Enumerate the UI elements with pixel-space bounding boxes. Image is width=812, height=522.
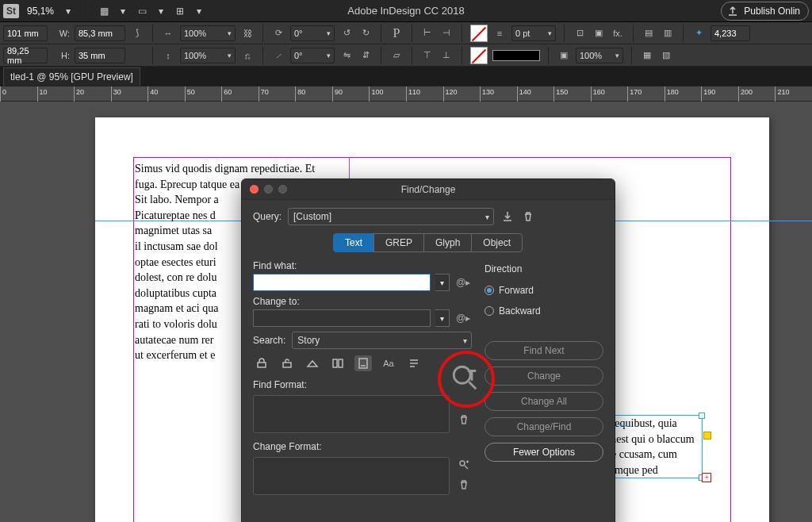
change-find-button[interactable]: Change/Find <box>485 417 603 436</box>
transform-icon[interactable]: ✦ <box>691 26 706 40</box>
text-wrap-bounding-icon[interactable]: ▥ <box>661 26 675 40</box>
numeric-field[interactable]: 4,233 <box>710 25 750 41</box>
include-locked-layers-icon[interactable] <box>253 355 270 371</box>
frame-handle[interactable] <box>699 413 705 419</box>
divider <box>152 25 153 42</box>
direction-backward-radio[interactable]: Backward <box>485 305 603 317</box>
h-label: H: <box>52 51 70 60</box>
flip-horizontal-icon[interactable]: ⇋ <box>339 48 354 63</box>
fit-content-icon[interactable]: ⊡ <box>573 26 587 40</box>
view-options-icon[interactable]: ▦ <box>98 5 110 17</box>
stroke-weight-icon: ≡ <box>492 26 507 40</box>
chain-icon[interactable]: ⛓ <box>240 26 255 40</box>
tab-grep[interactable]: GREP <box>373 233 424 252</box>
divider <box>462 47 462 64</box>
align-centers-icon[interactable]: ⊣ <box>439 26 454 40</box>
save-query-icon[interactable] <box>500 209 515 224</box>
fill-swatch[interactable] <box>470 25 488 42</box>
whole-word-icon[interactable] <box>405 355 423 371</box>
stroke-style[interactable] <box>492 50 540 61</box>
find-what-history-dropdown[interactable]: ▾ <box>435 274 450 291</box>
direction-label: Direction <box>485 263 603 274</box>
clear-transform-icon[interactable]: ⎌ <box>240 48 255 63</box>
divider <box>683 25 684 42</box>
clear-change-format-icon[interactable] <box>458 478 470 493</box>
upload-icon <box>726 5 739 17</box>
control-row-1: 101 mm W: 85,3 mm ⟆ ↔ 100% ⛓ ⟳ 0° ↺ ↻ P … <box>0 22 812 44</box>
y-field[interactable]: 89,25 mm <box>3 48 48 63</box>
publish-online-button[interactable]: Publish Onlin <box>721 2 809 21</box>
text-wrap-jump-icon[interactable]: ▧ <box>659 48 673 63</box>
special-chars-icon[interactable]: @▸ <box>454 277 472 288</box>
tab-text[interactable]: Text <box>333 233 374 252</box>
text-wrap-shape-icon[interactable]: ▦ <box>640 48 654 63</box>
control-row-2: 89,25 mm H: 35 mm ↕ 100% ⎌ ⟋ 0° ⇋ ⇵ ▱ ⊤ … <box>0 44 812 67</box>
include-locked-stories-icon[interactable] <box>278 355 296 371</box>
change-to-label: Change to: <box>253 296 472 307</box>
include-footnotes-icon[interactable] <box>354 355 372 371</box>
change-all-button[interactable]: Change All <box>485 392 603 411</box>
paragraph-style-icon[interactable]: P <box>389 26 404 40</box>
align-bottom-icon[interactable]: ⊥ <box>439 48 454 63</box>
divider <box>412 47 412 64</box>
find-what-input[interactable] <box>253 274 431 291</box>
query-dropdown[interactable]: [Custom] <box>288 208 494 225</box>
include-master-pages-icon[interactable] <box>329 355 347 371</box>
center-content-icon[interactable]: ▣ <box>557 48 571 63</box>
flip-vertical-icon[interactable]: ⇵ <box>358 48 373 63</box>
tab-object[interactable]: Object <box>471 233 523 252</box>
case-sensitive-icon[interactable]: Aa <box>380 355 397 371</box>
select-container-icon[interactable]: ▱ <box>389 48 404 63</box>
clear-find-format-icon[interactable] <box>458 413 470 428</box>
align-left-edges-icon[interactable]: ⊢ <box>420 26 435 40</box>
tab-glyph[interactable]: Glyph <box>423 233 472 252</box>
opacity-field[interactable]: 100% <box>576 48 623 63</box>
dropdown-icon[interactable]: ▾ <box>193 5 205 17</box>
stroke-swatch[interactable] <box>470 47 488 64</box>
stroke-weight-field[interactable]: 0 pt <box>511 25 556 41</box>
arrange-icon[interactable]: ⊞ <box>174 5 186 17</box>
shear-field[interactable]: 0° <box>290 48 335 63</box>
constrain-proportions-icon[interactable]: ⟆ <box>130 26 144 40</box>
anchor-indicator[interactable] <box>703 432 711 439</box>
scale-x-field[interactable]: 100% <box>180 25 236 41</box>
change-to-input[interactable] <box>253 309 431 327</box>
horizontal-ruler[interactable]: 0102030405060708090100110120130140150160… <box>0 86 812 102</box>
align-top-icon[interactable]: ⊤ <box>420 48 435 63</box>
document-tab[interactable]: tled-1 @ 95% [GPU Preview] <box>3 67 140 86</box>
effects-icon[interactable]: fx. <box>611 26 625 40</box>
direction-forward-radio[interactable]: Forward <box>485 285 603 296</box>
special-chars-icon[interactable]: @▸ <box>454 313 472 324</box>
overset-text-indicator[interactable]: + <box>702 473 711 482</box>
rotate-field[interactable]: 0° <box>290 25 335 41</box>
change-to-history-dropdown[interactable]: ▾ <box>435 309 450 327</box>
dropdown-icon[interactable]: ▾ <box>117 5 129 17</box>
rotate-cw-icon[interactable]: ↻ <box>358 26 373 40</box>
dropdown-icon[interactable]: ▾ <box>62 5 75 17</box>
zoom-percent[interactable]: 95,1% <box>27 6 54 17</box>
minimize-icon[interactable] <box>264 185 273 194</box>
scale-y-field[interactable]: 100% <box>180 48 236 63</box>
dropdown-icon[interactable]: ▾ <box>155 5 167 17</box>
maximize-icon[interactable] <box>278 185 287 194</box>
screen-mode-icon[interactable]: ▭ <box>136 5 148 17</box>
stock-badge[interactable]: St <box>3 4 19 18</box>
divider <box>86 2 86 20</box>
x-field[interactable]: 101 mm <box>3 25 48 41</box>
change-button[interactable]: Change <box>485 367 603 386</box>
w-field[interactable]: 85,3 mm <box>75 25 125 41</box>
search-scope-dropdown[interactable]: Story <box>292 332 472 349</box>
find-next-button[interactable]: Find Next <box>485 341 603 360</box>
change-format-box[interactable] <box>253 457 450 495</box>
text-wrap-none-icon[interactable]: ▤ <box>642 26 656 40</box>
close-icon[interactable] <box>250 185 259 194</box>
h-field[interactable]: 35 mm <box>75 48 125 63</box>
include-hidden-layers-icon[interactable] <box>304 355 321 371</box>
fit-frame-icon[interactable]: ▣ <box>592 26 606 40</box>
fewer-options-button[interactable]: Fewer Options <box>485 443 603 462</box>
dialog-titlebar[interactable]: Find/Change <box>242 179 615 200</box>
rotate-ccw-icon[interactable]: ↺ <box>339 26 354 40</box>
delete-query-icon[interactable] <box>521 209 535 224</box>
find-format-box[interactable] <box>253 395 450 433</box>
specify-change-format-icon[interactable] <box>458 459 470 474</box>
